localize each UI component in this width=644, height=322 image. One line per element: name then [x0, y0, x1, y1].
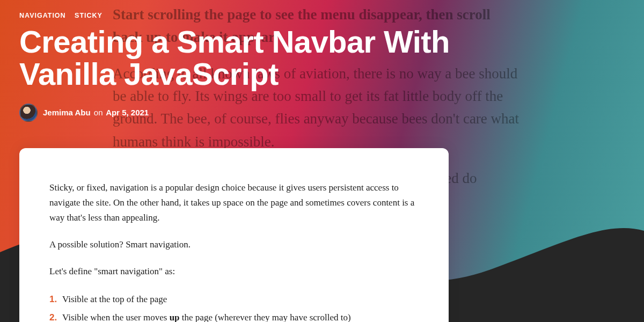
tag-navigation[interactable]: NAVIGATION — [19, 12, 66, 19]
tag-sticky[interactable]: STICKY — [75, 12, 103, 19]
article-title: Creating a Smart Navbar With Vanilla Jav… — [19, 26, 502, 91]
list-item: Visible when the user moves up the page … — [49, 309, 419, 322]
article-paragraph: Let's define "smart navigation" as: — [49, 264, 419, 279]
byline: Jemima Abu on Apr 5, 2021 — [19, 104, 625, 122]
article-header: NAVIGATION STICKY Creating a Smart Navba… — [19, 12, 625, 122]
definition-list: Visible at the top of the page Visible w… — [49, 291, 419, 322]
author-link[interactable]: Jemima Abu — [43, 108, 91, 117]
byline-on: on — [94, 108, 103, 117]
publish-date: Apr 5, 2021 — [106, 108, 149, 117]
article-paragraph: Sticky, or fixed, navigation is a popula… — [49, 180, 419, 225]
tag-list: NAVIGATION STICKY — [19, 12, 625, 19]
article-paragraph: A possible solution? Smart navigation. — [49, 237, 419, 252]
author-avatar[interactable] — [19, 104, 38, 122]
article-body-card: Sticky, or fixed, navigation is a popula… — [19, 148, 449, 322]
hero-section: Start scrolling the page to see the menu… — [0, 0, 644, 322]
list-item: Visible at the top of the page — [49, 291, 419, 308]
